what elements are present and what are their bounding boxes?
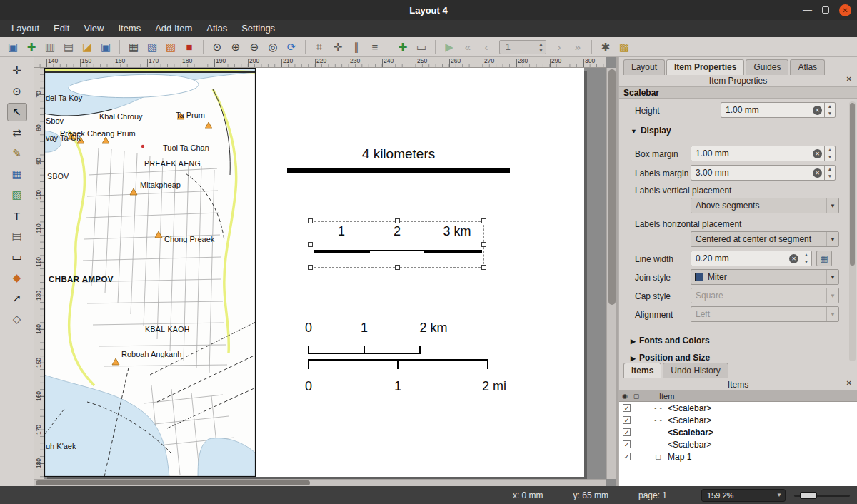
close-panel-icon[interactable]: ✕: [846, 75, 852, 83]
spin-arrows[interactable]: ▲▼: [824, 146, 835, 161]
maximize-icon[interactable]: [822, 6, 829, 14]
open-template-button[interactable]: ◪: [79, 39, 96, 56]
add-label-tool-button[interactable]: T: [7, 206, 27, 225]
tab-items[interactable]: Items: [623, 363, 661, 378]
layout-canvas[interactable]: dei Ta KoyKbal ChrouyTa PrumSbovvay Ta O…: [44, 68, 606, 479]
menu-add-item[interactable]: Add Item: [148, 20, 199, 37]
selection-handle[interactable]: [395, 265, 400, 270]
selection-handle[interactable]: [395, 218, 400, 223]
atlas-prev-button[interactable]: ‹: [478, 39, 495, 56]
map-item[interactable]: dei Ta KoyKbal ChrouyTa PrumSbovvay Ta O…: [44, 68, 256, 477]
slider-thumb[interactable]: [800, 492, 817, 499]
layout-item-row[interactable]: ✓- -<Scalebar>: [619, 402, 857, 414]
height-input[interactable]: 1.00 mm ✕ ▲▼: [721, 102, 836, 118]
layout-page[interactable]: dei Ta KoyKbal ChrouyTa PrumSbovvay Ta O…: [44, 68, 584, 477]
scrollbar-thumb[interactable]: [850, 103, 855, 266]
page-properties-button[interactable]: ▭: [413, 39, 430, 56]
labels-vertical-placement-combo[interactable]: Above segments ▼: [691, 198, 839, 213]
zoom-level-combo[interactable]: 159.2% ▼: [701, 489, 786, 502]
add-map-tool-button[interactable]: ▦: [7, 165, 27, 183]
add-pages-button[interactable]: ✚: [394, 39, 411, 56]
export-pdf-button[interactable]: ■: [181, 39, 198, 56]
labels-margin-input[interactable]: 3.00 mm ✕ ▲▼: [691, 165, 836, 181]
export-image-button[interactable]: ▧: [144, 39, 161, 56]
spin-arrows[interactable]: ▲▼: [536, 41, 546, 54]
tab-layout[interactable]: Layout: [623, 59, 665, 75]
horizontal-ruler[interactable]: 1401501601701801902002102202302402502602…: [34, 57, 606, 68]
add-shape-tool-button[interactable]: ◆: [7, 268, 27, 287]
minimize-icon[interactable]: —: [803, 6, 812, 14]
selection-handle[interactable]: [308, 242, 313, 247]
item-visibility-checkbox[interactable]: ✓: [623, 416, 631, 424]
zoom-slider[interactable]: [794, 490, 850, 500]
tab-item-properties[interactable]: Item Properties: [666, 59, 744, 75]
export-svg-button[interactable]: ▨: [162, 39, 179, 56]
line-width-input[interactable]: 0.20 mm ✕ ▲▼: [691, 251, 812, 266]
tab-guides[interactable]: Guides: [746, 59, 788, 75]
atlas-last-button[interactable]: »: [569, 39, 586, 56]
box-margin-input[interactable]: 1.00 mm ✕ ▲▼: [691, 146, 836, 161]
zoom-actual-button[interactable]: ◎: [264, 39, 281, 56]
scrollbar-thumb[interactable]: [36, 480, 310, 485]
add-picture-tool-button[interactable]: ▨: [7, 186, 27, 204]
save-layout-button[interactable]: ▣: [4, 39, 21, 56]
position-size-group-header[interactable]: ▶Position and Size: [631, 353, 710, 363]
duplicate-layout-button[interactable]: ▥: [41, 39, 59, 56]
atlas-settings-button[interactable]: ✱: [597, 39, 614, 56]
menu-layout[interactable]: Layout: [4, 20, 46, 37]
spin-arrows[interactable]: ▲▼: [824, 166, 835, 180]
atlas-next-button[interactable]: ›: [551, 39, 568, 56]
clear-value-icon[interactable]: ✕: [789, 254, 798, 263]
labels-horizontal-placement-combo[interactable]: Centered at center of segment ▼: [691, 231, 839, 247]
show-guides-button[interactable]: ∥: [348, 39, 365, 56]
selection-handle[interactable]: [308, 265, 313, 270]
zoom-tool-button[interactable]: ⊙: [7, 82, 27, 101]
select-move-item-tool-button[interactable]: ↖: [7, 103, 27, 121]
layout-manager-button[interactable]: ▤: [60, 39, 77, 56]
menu-atlas[interactable]: Atlas: [199, 20, 234, 37]
atlas-preview-button[interactable]: ▶: [441, 39, 458, 56]
add-node-shape-tool-button[interactable]: ◇: [7, 310, 27, 328]
layout-item-row[interactable]: ✓- -<Scalebar>: [619, 438, 857, 450]
item-visibility-checkbox[interactable]: ✓: [623, 453, 631, 460]
selection-handle[interactable]: [481, 218, 486, 223]
scrollbar-thumb[interactable]: [608, 69, 616, 305]
show-grid-button[interactable]: ⌗: [311, 39, 328, 56]
alignment-combo[interactable]: Left ▼: [691, 306, 839, 322]
tab-undo-history[interactable]: Undo History: [663, 363, 728, 378]
properties-scrollbar[interactable]: [849, 101, 856, 361]
canvas-vertical-scrollbar[interactable]: [606, 68, 616, 479]
menu-items[interactable]: Items: [111, 20, 148, 37]
pan-tool-button[interactable]: ✛: [7, 61, 27, 80]
export-atlas-button[interactable]: ▩: [616, 39, 633, 56]
canvas-horizontal-scrollbar[interactable]: [34, 479, 606, 486]
tab-atlas[interactable]: Atlas: [790, 59, 825, 75]
menu-edit[interactable]: Edit: [46, 20, 76, 37]
zoom-out-button[interactable]: ⊖: [246, 39, 263, 56]
spin-arrows[interactable]: ▲▼: [801, 251, 811, 266]
snap-to-grid-button[interactable]: ✛: [329, 39, 346, 56]
close-panel-icon[interactable]: ✕: [846, 379, 852, 387]
selection-handle[interactable]: [481, 242, 486, 247]
save-as-template-button[interactable]: ▣: [97, 39, 114, 56]
print-layout-button[interactable]: ▦: [125, 39, 142, 56]
display-group-header[interactable]: ▼Display: [631, 126, 671, 136]
clear-value-icon[interactable]: ✕: [813, 168, 822, 178]
cap-style-combo[interactable]: Square ▼: [691, 288, 839, 303]
layout-item-row[interactable]: ✓- -<Scalebar>: [619, 426, 857, 438]
add-legend-tool-button[interactable]: ▤: [7, 227, 27, 246]
join-style-combo[interactable]: Miter ▼: [691, 269, 839, 285]
layout-item-row[interactable]: ✓- -<Scalebar>: [619, 414, 857, 426]
move-content-tool-button[interactable]: ⇄: [7, 124, 27, 142]
smart-guides-button[interactable]: ≡: [366, 39, 384, 56]
close-icon[interactable]: ✕: [839, 4, 851, 16]
selection-handle[interactable]: [308, 218, 313, 223]
item-visibility-checkbox[interactable]: ✓: [623, 404, 631, 412]
fonts-colors-group-header[interactable]: ▶Fonts and Colors: [631, 336, 710, 346]
vertical-ruler[interactable]: 708090100110120130140150160170180: [34, 68, 44, 479]
menu-settings[interactable]: Settings: [234, 20, 282, 37]
add-arrow-tool-button[interactable]: ↗: [7, 289, 27, 308]
menu-view[interactable]: View: [76, 20, 111, 37]
layout-item-row[interactable]: ✓▢Map 1: [619, 450, 857, 463]
data-defined-override-button[interactable]: ▦: [816, 251, 832, 266]
